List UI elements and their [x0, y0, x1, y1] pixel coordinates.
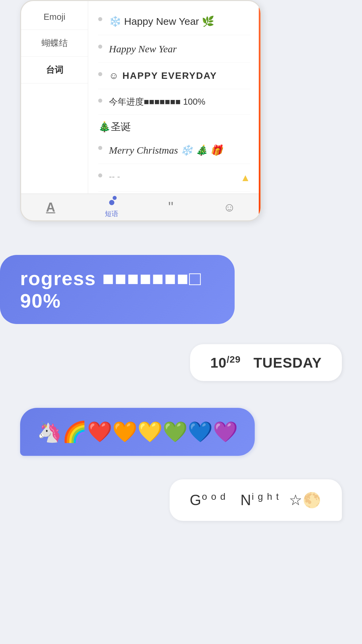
toolbar-quote-button[interactable]: ": [168, 200, 174, 215]
phrase-text: 今年进度■■■■■■■ 100%: [109, 95, 205, 108]
nav-bar: ◁ ○ □: [21, 220, 260, 221]
emoji-bubble: 🦄🌈❤️🧡💛💚💙💜: [20, 408, 255, 456]
toolbar-text-button[interactable]: A: [46, 201, 55, 214]
phrases-icon: ●: [108, 196, 115, 208]
bullet-icon: [98, 99, 102, 103]
list-item[interactable]: ❄️ Happy New Year 🌿: [98, 8, 250, 35]
section-header-christmas: 🎄圣诞: [98, 115, 250, 137]
date-bubble: 10/29 TUESDAY: [190, 344, 342, 381]
phrase-text: Merry Christmas ❄️ 🎄 🎁: [109, 143, 223, 158]
sidebar-item-script[interactable]: 台词: [21, 57, 88, 84]
bullet-icon: [98, 173, 102, 177]
list-item[interactable]: -- - ▲: [98, 164, 250, 192]
bottom-toolbar: A ● 短语 " ☺: [21, 194, 260, 220]
sidebar-item-emoji[interactable]: Emoji: [21, 4, 88, 30]
phone-mockup: Emoji 蝴蝶结 台词 ❄️ Happy New Year 🌿 Happy N…: [20, 0, 261, 221]
emoji-content: 🦄🌈❤️🧡💛💚💙💜: [37, 421, 238, 443]
day-name: TUESDAY: [253, 355, 322, 371]
phrase-text: ☺ HAPPY EVERYDAY: [109, 69, 217, 83]
progress-bubble: rogress ■■■■■■■□ 90%: [0, 255, 235, 324]
active-dot: [113, 196, 117, 200]
toolbar-smiley-button[interactable]: ☺: [223, 201, 236, 213]
smiley-icon: ☺: [223, 201, 236, 213]
toolbar-phrases-button[interactable]: ● 短语: [105, 196, 118, 218]
sidebar-item-bowtie[interactable]: 蝴蝶结: [21, 30, 88, 57]
toolbar-phrases-label: 短语: [105, 209, 118, 218]
bullet-icon: [98, 146, 102, 150]
goodnight-text: Go o d Ni g h t ☆🌕: [190, 492, 322, 508]
phrase-text: Happy New Year: [109, 41, 177, 56]
list-item[interactable]: ☺ HAPPY EVERYDAY: [98, 63, 250, 89]
quote-icon: ": [168, 200, 174, 215]
bullet-icon: [98, 45, 102, 49]
bullet-icon: [98, 72, 102, 76]
list-item[interactable]: Happy New Year: [98, 35, 250, 63]
progress-text: rogress ■■■■■■■□ 90%: [20, 267, 201, 312]
phrase-text: -- -: [109, 170, 120, 183]
text-format-icon: A: [46, 201, 55, 214]
sidebar: Emoji 蝴蝶结 台词: [21, 1, 88, 194]
list-item[interactable]: 今年进度■■■■■■■ 100%: [98, 89, 250, 115]
date-number: 10/29: [210, 355, 241, 371]
chat-section: rogress ■■■■■■■□ 90% 10/29 TUESDAY 🦄🌈❤️🧡…: [0, 241, 362, 644]
phrase-text: ❄️ Happy New Year 🌿: [109, 14, 214, 29]
phrase-list-panel: ❄️ Happy New Year 🌿 Happy New Year ☺ HAP…: [88, 1, 260, 194]
bullet-icon: [98, 17, 102, 21]
arrow-up-icon: ▲: [240, 170, 250, 185]
list-item[interactable]: Merry Christmas ❄️ 🎄 🎁: [98, 137, 250, 164]
goodnight-bubble: Go o d Ni g h t ☆🌕: [170, 479, 342, 521]
